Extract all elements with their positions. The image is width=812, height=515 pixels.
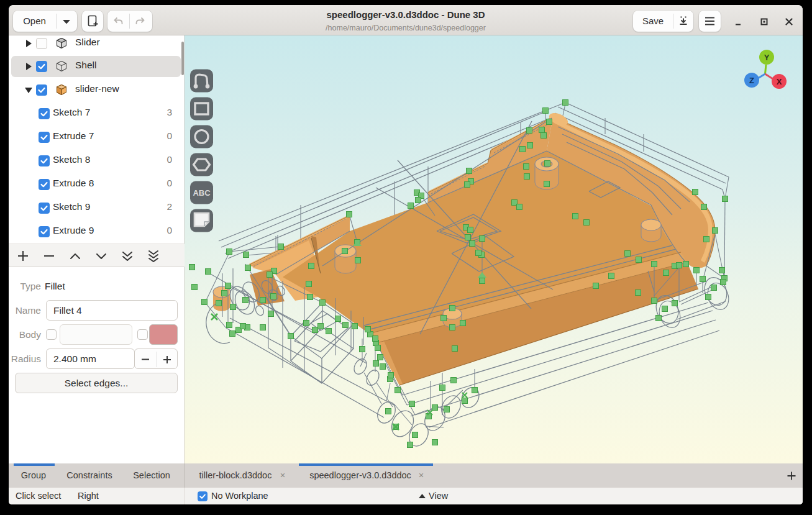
svg-text:Y: Y — [764, 53, 770, 62]
svg-text:ABC: ABC — [193, 188, 211, 198]
svg-text:Z: Z — [749, 76, 754, 85]
svg-text:X: X — [777, 77, 782, 86]
